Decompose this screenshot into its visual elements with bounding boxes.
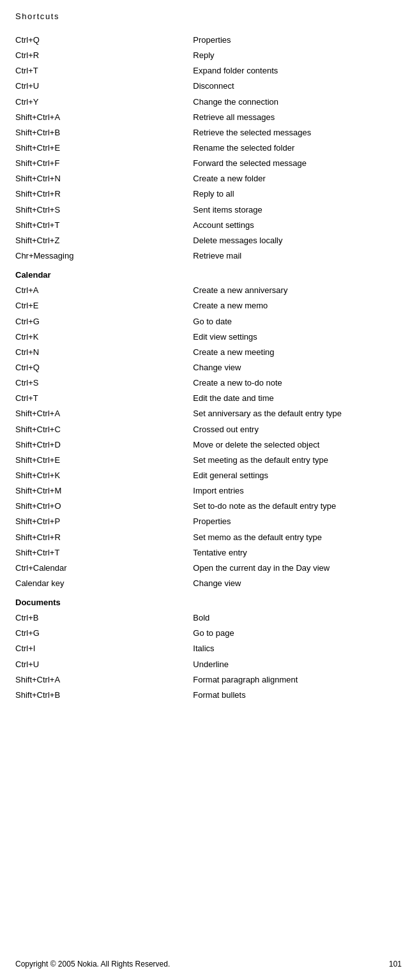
shortcut-description: Reply bbox=[193, 48, 402, 63]
shortcut-row: Ctrl+ECreate a new memo bbox=[15, 298, 402, 313]
shortcut-row: Ctrl+QProperties bbox=[15, 33, 402, 48]
shortcut-description: Move or delete the selected object bbox=[193, 437, 402, 453]
shortcut-key: Ctrl+Q bbox=[15, 360, 193, 375]
shortcut-description: Import entries bbox=[193, 483, 402, 499]
shortcut-key: Shift+Ctrl+B bbox=[15, 688, 193, 703]
shortcut-description: Tentative entry bbox=[193, 545, 402, 561]
shortcut-key: Shift+Ctrl+A bbox=[15, 110, 193, 125]
section-header-documents: Documents bbox=[15, 595, 402, 610]
shortcut-description: Format bullets bbox=[193, 688, 402, 703]
shortcut-description: Account settings bbox=[193, 218, 402, 233]
shortcut-row: Ctrl+UUnderline bbox=[15, 657, 402, 672]
shortcut-row: Shift+Ctrl+DMove or delete the selected … bbox=[15, 437, 402, 453]
shortcut-description: Retrieve mail bbox=[193, 248, 402, 264]
shortcut-key: Ctrl+T bbox=[15, 63, 193, 79]
copyright-text: Copyright © 2005 Nokia. All Rights Reser… bbox=[15, 960, 170, 969]
shortcut-key: Shift+Ctrl+E bbox=[15, 453, 193, 468]
shortcuts-table: Ctrl+QPropertiesCtrl+RReplyCtrl+TExpand … bbox=[15, 33, 402, 703]
shortcut-row: Shift+Ctrl+ERename the selected folder bbox=[15, 140, 402, 156]
shortcut-description: Italics bbox=[193, 641, 402, 656]
shortcut-row: Ctrl+NCreate a new meeting bbox=[15, 345, 402, 360]
shortcut-key: Shift+Ctrl+T bbox=[15, 545, 193, 561]
shortcut-key: Shift+Ctrl+E bbox=[15, 140, 193, 156]
shortcut-row: Calendar keyChange view bbox=[15, 576, 402, 591]
shortcut-key: Ctrl+E bbox=[15, 298, 193, 313]
shortcut-key: Ctrl+U bbox=[15, 657, 193, 672]
shortcut-row: Shift+Ctrl+NCreate a new folder bbox=[15, 171, 402, 186]
page: Shortcuts Ctrl+QPropertiesCtrl+RReplyCtr… bbox=[0, 0, 417, 980]
shortcut-row: Shift+Ctrl+ARetrieve all messages bbox=[15, 110, 402, 125]
shortcut-row: Shift+Ctrl+TTentative entry bbox=[15, 545, 402, 561]
shortcut-description: Set memo as the default entry type bbox=[193, 530, 402, 545]
shortcut-row: Ctrl+TEdit the date and time bbox=[15, 391, 402, 406]
shortcut-row: Chr+MessagingRetrieve mail bbox=[15, 248, 402, 264]
shortcut-key: Ctrl+I bbox=[15, 641, 193, 656]
shortcut-description: Set anniversary as the default entry typ… bbox=[193, 406, 402, 421]
shortcut-description: Format paragraph alignment bbox=[193, 672, 402, 688]
shortcut-description: Edit general settings bbox=[193, 468, 402, 483]
shortcut-key: Shift+Ctrl+C bbox=[15, 422, 193, 437]
shortcut-row: Shift+Ctrl+FForward the selected message bbox=[15, 156, 402, 171]
page-number: 101 bbox=[389, 960, 402, 969]
shortcut-key: Ctrl+R bbox=[15, 48, 193, 63]
shortcut-key: Shift+Ctrl+R bbox=[15, 530, 193, 545]
shortcut-description: Edit view settings bbox=[193, 329, 402, 345]
shortcut-description: Change view bbox=[193, 360, 402, 375]
page-title: Shortcuts bbox=[15, 11, 402, 21]
shortcut-row: Shift+Ctrl+MImport entries bbox=[15, 483, 402, 499]
shortcut-key: Shift+Ctrl+B bbox=[15, 125, 193, 140]
shortcut-description: Delete messages locally bbox=[193, 233, 402, 248]
shortcut-description: Change the connection bbox=[193, 94, 402, 110]
shortcut-description: Reply to all bbox=[193, 186, 402, 202]
shortcut-description: Retrieve all messages bbox=[193, 110, 402, 125]
shortcut-row: Ctrl+GGo to date bbox=[15, 314, 402, 329]
shortcut-description: Bold bbox=[193, 610, 402, 626]
shortcut-description: Create a new anniversary bbox=[193, 283, 402, 298]
shortcut-row: Ctrl+IItalics bbox=[15, 641, 402, 656]
shortcut-key: Shift+Ctrl+A bbox=[15, 406, 193, 421]
shortcut-description: Edit the date and time bbox=[193, 391, 402, 406]
shortcut-row: Shift+Ctrl+CCrossed out entry bbox=[15, 422, 402, 437]
shortcut-row: Ctrl+QChange view bbox=[15, 360, 402, 375]
shortcut-description: Go to page bbox=[193, 626, 402, 641]
shortcut-description: Underline bbox=[193, 657, 402, 672]
shortcut-row: Ctrl+RReply bbox=[15, 48, 402, 63]
shortcut-row: Shift+Ctrl+ZDelete messages locally bbox=[15, 233, 402, 248]
shortcut-key: Calendar key bbox=[15, 576, 193, 591]
shortcut-description: Forward the selected message bbox=[193, 156, 402, 171]
shortcut-description: Retrieve the selected messages bbox=[193, 125, 402, 140]
shortcut-row: Ctrl+ACreate a new anniversary bbox=[15, 283, 402, 298]
shortcut-key: Shift+Ctrl+R bbox=[15, 186, 193, 202]
shortcut-description: Create a new folder bbox=[193, 171, 402, 186]
shortcut-description: Disconnect bbox=[193, 79, 402, 94]
shortcut-row: Ctrl+CalendarOpen the current day in the… bbox=[15, 561, 402, 576]
shortcut-key: Ctrl+G bbox=[15, 314, 193, 329]
shortcut-row: Ctrl+UDisconnect bbox=[15, 79, 402, 94]
shortcut-row: Shift+Ctrl+ESet meeting as the default e… bbox=[15, 453, 402, 468]
shortcut-description: Change view bbox=[193, 576, 402, 591]
shortcut-key: Ctrl+U bbox=[15, 79, 193, 94]
shortcut-description: Set to-do note as the default entry type bbox=[193, 499, 402, 514]
shortcut-key: Ctrl+K bbox=[15, 329, 193, 345]
shortcut-row: Shift+Ctrl+TAccount settings bbox=[15, 218, 402, 233]
shortcut-key: Shift+Ctrl+N bbox=[15, 171, 193, 186]
footer: Copyright © 2005 Nokia. All Rights Reser… bbox=[15, 960, 402, 969]
shortcut-key: Ctrl+G bbox=[15, 626, 193, 641]
shortcut-description: Create a new to-do note bbox=[193, 375, 402, 391]
shortcut-key: Shift+Ctrl+T bbox=[15, 218, 193, 233]
shortcut-row: Shift+Ctrl+OSet to-do note as the defaul… bbox=[15, 499, 402, 514]
section-label-calendar: Calendar bbox=[15, 268, 402, 283]
shortcut-key: Ctrl+S bbox=[15, 375, 193, 391]
shortcut-key: Ctrl+B bbox=[15, 610, 193, 626]
shortcut-key: Ctrl+Y bbox=[15, 94, 193, 110]
shortcut-description: Create a new meeting bbox=[193, 345, 402, 360]
shortcut-row: Shift+Ctrl+BRetrieve the selected messag… bbox=[15, 125, 402, 140]
shortcut-row: Shift+Ctrl+AFormat paragraph alignment bbox=[15, 672, 402, 688]
shortcut-key: Shift+Ctrl+K bbox=[15, 468, 193, 483]
shortcut-row: Shift+Ctrl+KEdit general settings bbox=[15, 468, 402, 483]
shortcut-description: Go to date bbox=[193, 314, 402, 329]
shortcut-key: Ctrl+N bbox=[15, 345, 193, 360]
shortcut-row: Ctrl+TExpand folder contents bbox=[15, 63, 402, 79]
shortcut-description: Create a new memo bbox=[193, 298, 402, 313]
shortcut-key: Shift+Ctrl+D bbox=[15, 437, 193, 453]
